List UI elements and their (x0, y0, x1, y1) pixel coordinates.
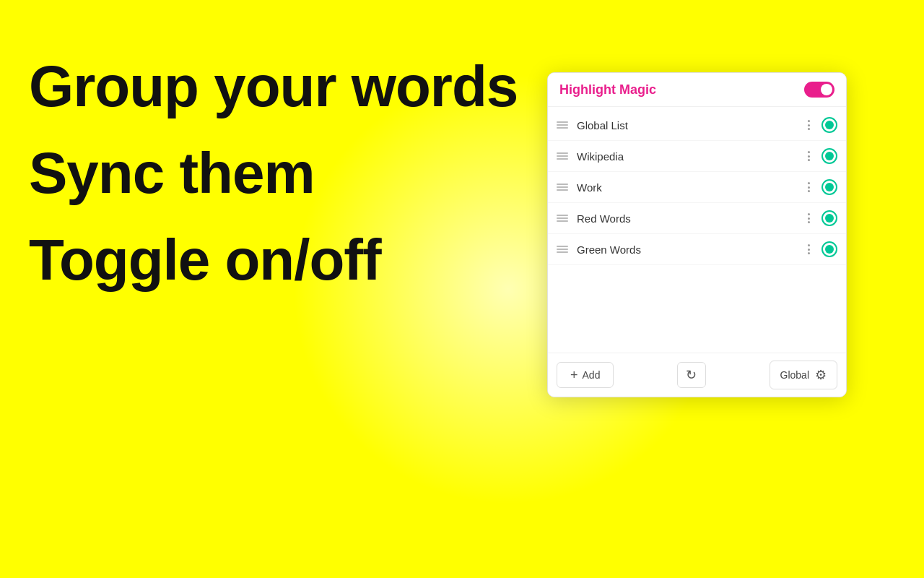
item-toggle[interactable] (821, 241, 837, 257)
item-name: Red Words (577, 212, 799, 225)
drag-handle[interactable] (557, 246, 568, 253)
item-name: Wikipedia (577, 150, 799, 163)
list-item: Global List (548, 110, 846, 141)
hero-line-3: Toggle on/off (29, 231, 518, 289)
more-icon[interactable] (805, 179, 813, 195)
drag-handle[interactable] (557, 184, 568, 191)
more-icon[interactable] (805, 210, 813, 226)
item-toggle[interactable] (821, 179, 837, 195)
popup-footer: + Add ↻ Global ⚙ (548, 353, 846, 397)
more-icon[interactable] (805, 117, 813, 133)
list-item: Wikipedia (548, 141, 846, 172)
list-item: Work (548, 172, 846, 203)
drag-handle[interactable] (557, 121, 568, 129)
more-icon[interactable] (805, 241, 813, 257)
main-toggle[interactable] (804, 82, 834, 98)
global-label: Global (780, 369, 809, 381)
hero-line-1: Group your words (29, 58, 518, 116)
drag-handle[interactable] (557, 215, 568, 222)
popup-list: Global List Wikipedia Work (548, 107, 846, 353)
sync-button[interactable]: ↻ (677, 362, 706, 388)
sync-icon: ↻ (686, 367, 697, 383)
item-name: Global List (577, 119, 799, 131)
item-toggle[interactable] (821, 210, 837, 226)
item-toggle[interactable] (821, 117, 837, 133)
popup-title: Highlight Magic (559, 82, 656, 98)
hero-section: Group your words Sync them Toggle on/off (29, 58, 518, 289)
add-button[interactable]: + Add (557, 362, 614, 388)
plus-icon: + (570, 368, 578, 381)
hero-line-2: Sync them (29, 144, 518, 202)
extension-popup: Highlight Magic Global List Wikipedia (547, 72, 847, 397)
item-name: Green Words (577, 243, 799, 256)
drag-handle[interactable] (557, 152, 568, 160)
add-label: Add (583, 369, 601, 381)
settings-icon: ⚙ (815, 367, 827, 383)
item-toggle[interactable] (821, 148, 837, 164)
item-name: Work (577, 181, 799, 194)
more-icon[interactable] (805, 148, 813, 164)
popup-header: Highlight Magic (548, 73, 846, 107)
global-button[interactable]: Global ⚙ (770, 361, 837, 389)
list-item: Green Words (548, 234, 846, 265)
list-item: Red Words (548, 203, 846, 234)
